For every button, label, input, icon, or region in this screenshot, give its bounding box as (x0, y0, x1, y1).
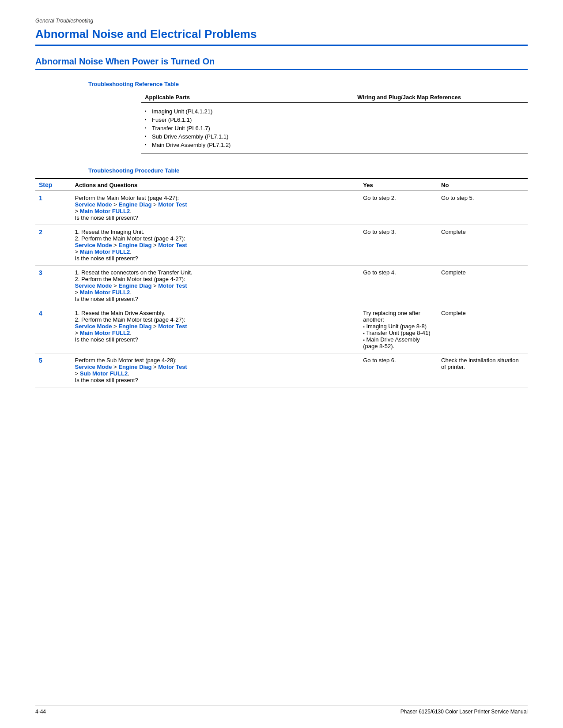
yes-cell: Go to step 3. (359, 225, 438, 266)
service-mode-link[interactable]: Service Mode (75, 282, 112, 289)
col-yes: Yes (359, 179, 438, 191)
period: . (130, 330, 132, 336)
step-number: 1 (35, 191, 72, 225)
motor-test-link[interactable]: Motor Test (158, 323, 187, 330)
list-item: Main Drive Assembly (PL7.1.2) (145, 141, 350, 149)
action-cell: 1. Reseat the Imaging Unit. 2. Perform t… (72, 225, 360, 266)
engine-diag-link[interactable]: Engine Diag (118, 201, 151, 208)
sep2: > (153, 282, 158, 289)
main-motor-full2-link[interactable]: Main Motor FULL2 (80, 248, 130, 255)
table-row: 3 1. Reseat the connectors on the Transf… (35, 266, 528, 306)
question: Is the noise still present? (75, 296, 138, 302)
sep3: > (75, 330, 80, 336)
action-pre: 2. Perform the Main Motor test (page 4-2… (75, 276, 185, 282)
ref-wiring-cell (354, 103, 528, 154)
motor-test-link[interactable]: Motor Test (158, 242, 187, 248)
sub-motor-full2-link[interactable]: Sub Motor FULL2 (80, 370, 128, 377)
breadcrumb: General Troubleshooting (35, 18, 528, 24)
question: Is the noise still present? (75, 377, 138, 383)
col-no: No (438, 179, 528, 191)
parts-list: Imaging Unit (PL4.1.21) Fuser (PL6.1.1) … (145, 105, 350, 152)
no-cell: Complete (438, 266, 528, 306)
list-item: Transfer Unit (PL6.1.7) (145, 124, 350, 132)
list-item: Sub Drive Assembly (PL7.1.1) (145, 132, 350, 141)
action-cell: Perform the Sub Motor test (page 4-28): … (72, 353, 360, 387)
action-pre: Perform the Main Motor test (page 4-27): (75, 195, 179, 201)
action-pre1: 1. Reseat the Main Drive Assembly. (75, 310, 166, 316)
ref-col-parts: Applicable Parts (141, 92, 354, 103)
main-motor-full2-link[interactable]: Main Motor FULL2 (80, 208, 130, 214)
action-pre: 2. Perform the Main Motor test (page 4-2… (75, 316, 185, 323)
ref-table-title: Troubleshooting Reference Table (88, 81, 528, 87)
sep1: > (113, 364, 118, 370)
service-mode-link[interactable]: Service Mode (75, 323, 112, 330)
sep1: > (113, 323, 118, 330)
sep3: > (75, 208, 80, 214)
engine-diag-link[interactable]: Engine Diag (118, 323, 151, 330)
no-cell: Complete (438, 225, 528, 266)
page: General Troubleshooting Abnormal Noise a… (0, 0, 563, 728)
step-number: 2 (35, 225, 72, 266)
motor-test-link[interactable]: Motor Test (158, 201, 187, 208)
ref-col-wiring: Wiring and Plug/Jack Map References (354, 92, 528, 103)
sep1: > (113, 242, 118, 248)
step-number: 5 (35, 353, 72, 387)
sep2: > (153, 323, 158, 330)
action-cell: 1. Reseat the connectors on the Transfer… (72, 266, 360, 306)
no-cell: Go to step 5. (438, 191, 528, 225)
footer: 4-44 Phaser 6125/6130 Color Laser Printe… (35, 705, 528, 715)
ref-parts-cell: Imaging Unit (PL4.1.21) Fuser (PL6.1.1) … (141, 103, 354, 154)
service-mode-link[interactable]: Service Mode (75, 201, 112, 208)
action-pre: 2. Perform the Main Motor test (page 4-2… (75, 235, 185, 242)
step-number: 3 (35, 266, 72, 306)
reference-table: Applicable Parts Wiring and Plug/Jack Ma… (141, 92, 528, 154)
engine-diag-link[interactable]: Engine Diag (118, 364, 151, 370)
procedure-table: Step Actions and Questions Yes No 1 Perf… (35, 178, 528, 387)
document-title: Phaser 6125/6130 Color Laser Printer Ser… (401, 709, 528, 715)
action-cell: 1. Reseat the Main Drive Assembly. 2. Pe… (72, 306, 360, 353)
page-number: 4-44 (35, 709, 46, 715)
question: Is the noise still present? (75, 336, 138, 343)
sep1: > (113, 282, 118, 289)
sep2: > (153, 242, 158, 248)
col-step: Step (35, 179, 72, 191)
action-pre1: 1. Reseat the connectors on the Transfer… (75, 269, 193, 276)
sep3: > (75, 248, 80, 255)
table-row: 4 1. Reseat the Main Drive Assembly. 2. … (35, 306, 528, 353)
col-actions: Actions and Questions (72, 179, 360, 191)
main-motor-full2-link[interactable]: Main Motor FULL2 (80, 330, 130, 336)
period: . (130, 248, 132, 255)
sep1: > (113, 201, 118, 208)
no-cell: Check the installation situation of prin… (438, 353, 528, 387)
section-title: Abnormal Noise When Power is Turned On (35, 56, 528, 70)
engine-diag-link[interactable]: Engine Diag (118, 242, 151, 248)
sep2: > (153, 364, 158, 370)
yes-cell: Go to step 2. (359, 191, 438, 225)
period: . (130, 289, 132, 296)
yes-cell: Go to step 6. (359, 353, 438, 387)
action-cell: Perform the Main Motor test (page 4-27):… (72, 191, 360, 225)
step-number: 4 (35, 306, 72, 353)
period: . (128, 370, 129, 377)
motor-test-link[interactable]: Motor Test (158, 282, 187, 289)
motor-test-link[interactable]: Motor Test (158, 364, 187, 370)
service-mode-link[interactable]: Service Mode (75, 242, 112, 248)
sep3: > (75, 289, 80, 296)
table-row: 5 Perform the Sub Motor test (page 4-28)… (35, 353, 528, 387)
yes-cell: Try replacing one after another: ▪ Imagi… (359, 306, 438, 353)
action-pre1: 1. Reseat the Imaging Unit. (75, 229, 145, 235)
question: Is the noise still present? (75, 214, 138, 221)
action-pre: Perform the Sub Motor test (page 4-28): (75, 357, 177, 364)
list-item: Imaging Unit (PL4.1.21) (145, 107, 350, 116)
sep2: > (153, 201, 158, 208)
sep3: > (75, 370, 80, 377)
engine-diag-link[interactable]: Engine Diag (118, 282, 151, 289)
yes-cell: Go to step 4. (359, 266, 438, 306)
no-cell: Complete (438, 306, 528, 353)
period: . (130, 208, 132, 214)
service-mode-link[interactable]: Service Mode (75, 364, 112, 370)
main-title: Abnormal Noise and Electrical Problems (35, 27, 528, 46)
table-row: 1 Perform the Main Motor test (page 4-27… (35, 191, 528, 225)
proc-table-title: Troubleshooting Procedure Table (88, 167, 528, 174)
main-motor-full2-link[interactable]: Main Motor FULL2 (80, 289, 130, 296)
